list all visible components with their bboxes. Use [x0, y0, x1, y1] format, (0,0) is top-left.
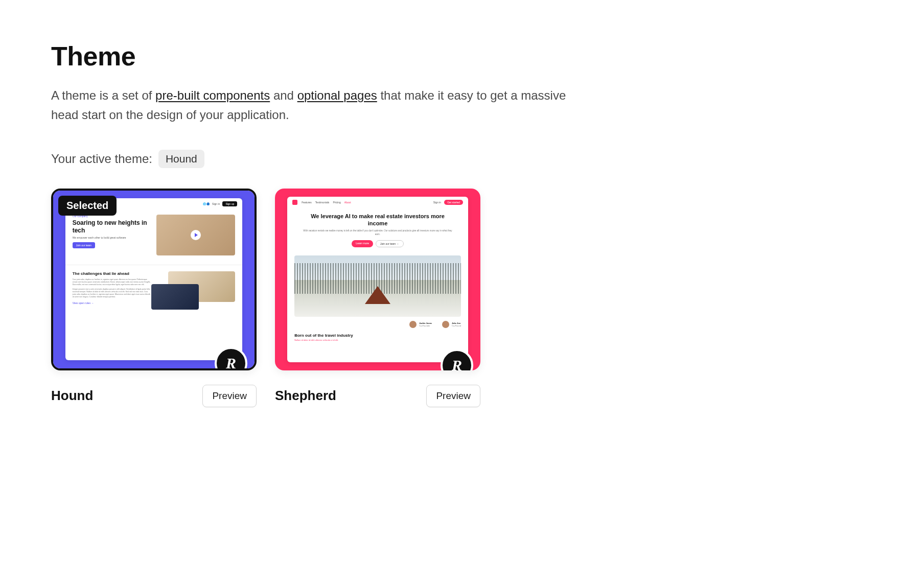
mock-section-title: The challenges that lie ahead: [73, 271, 151, 276]
mock-signup: Sign up: [222, 201, 237, 206]
mock-signin: Sign in: [212, 202, 220, 205]
theme-preview-image: Features Pricing Company 🌐 🔵 Sign in Sig…: [53, 191, 255, 368]
mock-lorem: Cras justo odio, dapibus ac facilisis in…: [73, 278, 151, 286]
active-theme-label: Your active theme:: [51, 152, 152, 166]
selected-badge: Selected: [58, 196, 117, 216]
mock-logo-icon: [292, 200, 297, 205]
mock-nav-item: Testimonials: [315, 201, 330, 204]
mock-nav-item: Pricing: [333, 201, 340, 204]
mock-cta-primary: Learn more: [352, 240, 373, 247]
preview-button[interactable]: Preview: [426, 385, 480, 407]
mock-section-title: Born out of the travel industry: [294, 333, 461, 338]
theme-thumbnail-hound[interactable]: Selected Features Pricing Company 🌐 🔵 Si…: [51, 189, 257, 370]
mock-founder-role: Co-Found: [452, 324, 461, 327]
mock-hero-subtitle: We empower each other to build great sof…: [73, 236, 151, 239]
mock-founder-role: Co-Founder: [419, 324, 432, 327]
logo-r-icon: R: [226, 355, 236, 370]
logo-r-icon: R: [452, 357, 462, 370]
theme-name-label: Shepherd: [275, 388, 336, 404]
page-title: Theme: [51, 41, 873, 72]
mock-hero-subtitle: With vacation rentals we realize money i…: [301, 229, 455, 236]
mock-cta-secondary: Join our team →: [376, 240, 404, 247]
mock-link: View open roles →: [73, 301, 151, 305]
prebuilt-components-link[interactable]: pre-built components: [155, 88, 270, 102]
mock-hero-title: We leverage AI to make real estate inves…: [301, 213, 455, 227]
theme-name-label: Hound: [51, 388, 93, 404]
theme-preview-image: Features Testimonials Pricing About Sign…: [275, 189, 480, 370]
active-theme-row: Your active theme: Hound: [51, 150, 873, 168]
mock-hero-image: [156, 215, 235, 255]
avatar-icon: [442, 321, 449, 328]
mock-hero-title: Soaring to new heights in tech: [73, 219, 151, 234]
theme-card-hound: Selected Features Pricing Company 🌐 🔵 Si…: [51, 189, 257, 407]
optional-pages-link[interactable]: optional pages: [297, 88, 377, 102]
mock-getstarted: Get started: [444, 200, 463, 205]
themes-grid: Selected Features Pricing Company 🌐 🔵 Si…: [51, 189, 873, 407]
mock-section-subtitle: Nullam id dolor id nibh ultricies vehicu…: [294, 339, 461, 341]
mock-nav-item: Features: [302, 201, 312, 204]
mock-hero-image: [294, 255, 461, 317]
theme-card-shepherd: Features Testimonials Pricing About Sign…: [275, 189, 480, 407]
mock-lorem: Integer posuere erat a ante venenatis da…: [73, 288, 151, 298]
play-icon: [191, 230, 201, 240]
avatar-icon: [409, 321, 417, 328]
mock-cta: Join our team: [73, 242, 95, 248]
mock-nav-item: About: [344, 201, 351, 204]
preview-button[interactable]: Preview: [202, 385, 257, 407]
page-description: A theme is a set of pre-built components…: [51, 86, 583, 125]
theme-thumbnail-shepherd[interactable]: Features Testimonials Pricing About Sign…: [275, 189, 480, 370]
mock-signin: Sign in: [433, 201, 441, 204]
active-theme-badge: Hound: [158, 150, 204, 168]
description-text: A theme is a set of: [51, 88, 155, 102]
description-text: and: [270, 88, 297, 102]
mock-image: [151, 284, 199, 310]
